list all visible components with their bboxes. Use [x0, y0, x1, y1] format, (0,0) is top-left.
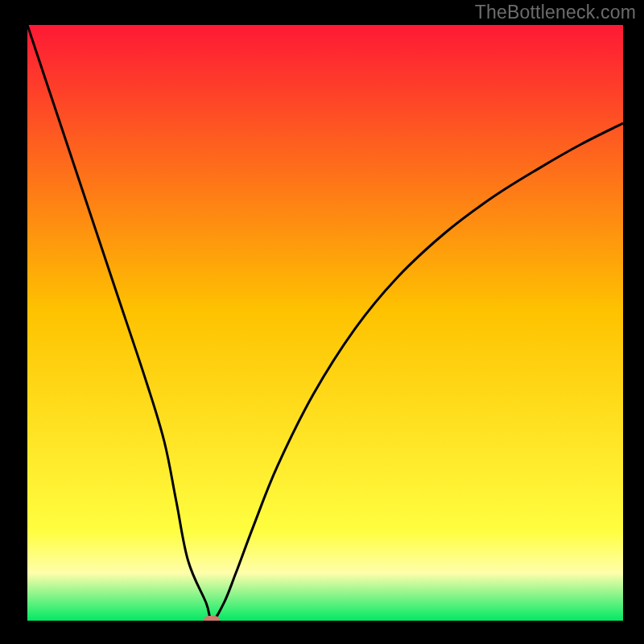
svg-rect-0 — [27, 25, 623, 621]
plot-area — [27, 25, 623, 621]
minimum-marker — [204, 616, 220, 621]
watermark-text: TheBottleneck.com — [475, 2, 636, 23]
chart-frame: TheBottleneck.com — [0, 0, 644, 644]
background-gradient — [27, 25, 623, 621]
